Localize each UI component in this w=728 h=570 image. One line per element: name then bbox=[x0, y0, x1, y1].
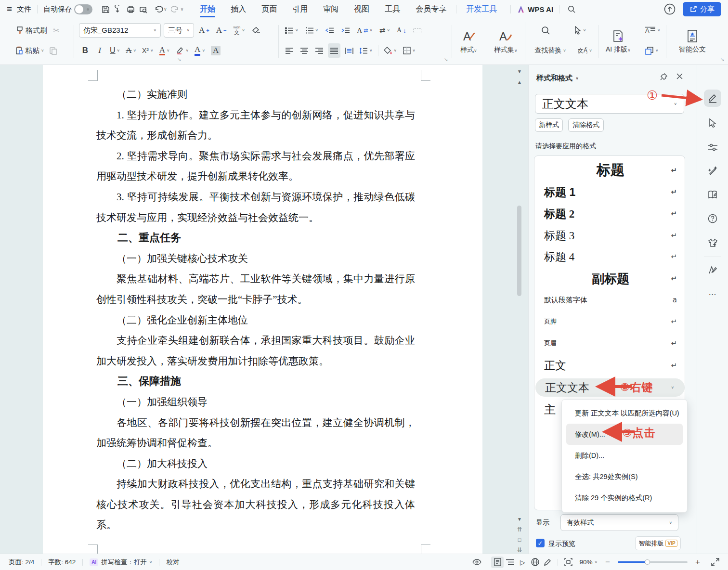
doc-paragraph[interactable]: 支持企业牵头组建创新联合体，承担国家重大科技项目。鼓励企业加大研发投入，落实研发… bbox=[96, 330, 415, 371]
hamburger-menu-icon[interactable]: ≡ bbox=[7, 4, 12, 14]
doc-heading[interactable]: 二、重点任务 bbox=[96, 228, 415, 248]
wrap-button[interactable]: ⇄∨ bbox=[377, 23, 392, 38]
search-icon[interactable] bbox=[565, 3, 578, 15]
web-view-icon[interactable] bbox=[529, 557, 541, 568]
show-marks-button[interactable] bbox=[411, 23, 424, 38]
shading-bucket-button[interactable]: ∨ bbox=[382, 43, 399, 58]
magic-wand-icon[interactable] bbox=[704, 162, 721, 180]
play-view-icon[interactable]: ▷ bbox=[516, 557, 529, 568]
copy-icon[interactable] bbox=[47, 43, 60, 58]
doc-paragraph[interactable]: 1. 坚持开放协作。建立多元主体参与的创新网络，促进知识共享与技术交流，形成创新… bbox=[96, 105, 415, 146]
style-item-heading1[interactable]: 标题 1↵ bbox=[534, 183, 685, 201]
style-item-chevron-icon[interactable]: ∨ bbox=[671, 386, 674, 389]
select-cursor-button[interactable]: ∨ bbox=[572, 23, 588, 38]
wps-pen-logo-icon[interactable] bbox=[704, 261, 721, 279]
decrease-indent-button[interactable] bbox=[323, 23, 336, 38]
highlight-color-button[interactable]: ∨ bbox=[174, 43, 191, 58]
focus-mode-icon[interactable] bbox=[562, 557, 574, 568]
smart-doc-button[interactable]: 智能公文 bbox=[675, 23, 710, 60]
bullet-list-button[interactable]: ∨ bbox=[283, 23, 300, 38]
find-replace-button[interactable]: 查找替换∨ bbox=[533, 43, 568, 58]
redo-icon[interactable] bbox=[169, 3, 182, 15]
bold-button[interactable]: B bbox=[79, 43, 91, 58]
distribute-button[interactable] bbox=[343, 43, 355, 58]
menu-item-clear-formatting[interactable]: 清除 29 个实例的格式(R) bbox=[566, 487, 683, 508]
autosave-toggle[interactable] bbox=[74, 4, 92, 14]
display-filter-select[interactable]: 有效样式∨ bbox=[560, 514, 678, 531]
show-preview-checkbox[interactable]: ✓ bbox=[536, 539, 545, 547]
tab-developer[interactable]: 开发工具 bbox=[458, 0, 505, 18]
selection-pane-button[interactable]: ∨ bbox=[643, 43, 661, 58]
browse-object-icon[interactable]: □ bbox=[515, 537, 524, 543]
font-name-select[interactable]: 仿宋_GB2312∨ bbox=[79, 23, 161, 38]
tab-member[interactable]: 会员专享 bbox=[408, 0, 454, 18]
style-item-body[interactable]: 正文↵ bbox=[534, 357, 685, 374]
doc-paragraph[interactable]: （一）加强关键核心技术攻关 bbox=[96, 248, 415, 269]
share-button[interactable]: 分享 bbox=[683, 2, 721, 16]
find-icon[interactable] bbox=[539, 23, 552, 38]
doc-paragraph[interactable]: 持续加大财政科技投入，优化支出结构，重点支持基础研究和关键核心技术攻关。引导社会… bbox=[96, 474, 415, 535]
scrollbar-thumb[interactable] bbox=[517, 206, 521, 296]
strikethrough-button[interactable]: A∨ bbox=[124, 43, 138, 58]
vertical-scrollbar[interactable]: ▼ ▲ ▼ ⇈ □ ⇊ bbox=[513, 65, 526, 554]
sort-button[interactable]: A↓ bbox=[395, 23, 408, 38]
menu-item-update-style[interactable]: 更新 正文文本 以匹配所选内容(U) bbox=[566, 402, 683, 424]
doc-paragraph[interactable]: 2. 坚持需求导向。聚焦市场实际需求与社会发展痛点，优先部署应用驱动型技术研发，… bbox=[96, 146, 415, 187]
style-item-default-font[interactable]: 默认段落字体a bbox=[534, 294, 685, 306]
doc-paragraph[interactable]: 各地区、各部门要将科技创新摆在突出位置，建立健全协调机制，加强统筹协调和督促检查… bbox=[96, 413, 415, 453]
doc-paragraph[interactable]: （二）强化企业创新主体地位 bbox=[96, 310, 415, 331]
text-layout-button[interactable]: A ∨ bbox=[643, 23, 663, 38]
export-pdf-icon[interactable] bbox=[112, 3, 124, 15]
eye-preview-icon[interactable] bbox=[470, 557, 483, 568]
help-icon[interactable] bbox=[704, 210, 721, 227]
increase-font-button[interactable]: A+ bbox=[197, 23, 211, 38]
print-preview-icon[interactable] bbox=[137, 3, 149, 15]
clear-format-eraser-icon[interactable] bbox=[250, 23, 263, 38]
tab-page[interactable]: 页面 bbox=[254, 0, 285, 18]
ai-layout-button[interactable]: AI 排版∨ bbox=[602, 23, 635, 60]
justify-button[interactable] bbox=[328, 43, 340, 58]
spellcheck-status[interactable]: 拼写检查：打开 bbox=[101, 558, 147, 567]
pin-icon[interactable] bbox=[660, 73, 668, 81]
style-item-footer[interactable]: 页脚↵ bbox=[534, 316, 685, 327]
doc-paragraph[interactable]: （二）实施准则 bbox=[96, 84, 415, 105]
align-left-button[interactable] bbox=[283, 43, 296, 58]
settings-sliders-icon[interactable] bbox=[704, 139, 721, 156]
document-canvas[interactable]: （二）实施准则 1. 坚持开放协作。建立多元主体参与的创新网络，促进知识共享与技… bbox=[0, 65, 513, 554]
tab-home[interactable]: 开始 bbox=[192, 0, 223, 18]
style-item-heading2[interactable]: 标题 2↵ bbox=[534, 205, 685, 222]
style-set-button[interactable]: A 样式集∨ bbox=[490, 23, 521, 60]
tab-reference[interactable]: 引用 bbox=[285, 0, 315, 18]
styles-formatting-icon[interactable] bbox=[704, 90, 721, 107]
page-indicator[interactable]: 页面: 2/4 bbox=[9, 558, 34, 567]
current-style-select[interactable]: 正文文本∨ bbox=[535, 94, 684, 114]
font-color-button[interactable]: A∨ bbox=[193, 43, 207, 58]
doc-paragraph[interactable]: （二）加大科技投入 bbox=[96, 453, 415, 474]
doc-heading[interactable]: 三、保障措施 bbox=[96, 371, 415, 392]
ink-pen-icon[interactable] bbox=[541, 557, 554, 568]
font-group-expander[interactable]: ↘ bbox=[177, 57, 181, 62]
more-options-icon[interactable]: ⋯ bbox=[704, 285, 721, 303]
style-item-heading3[interactable]: 标题 3↵ bbox=[534, 227, 685, 244]
save-icon[interactable] bbox=[99, 3, 112, 15]
underline-button[interactable]: U∨ bbox=[108, 43, 122, 58]
increase-indent-button[interactable] bbox=[339, 23, 352, 38]
tab-review[interactable]: 审阅 bbox=[315, 0, 346, 18]
format-painter-button[interactable]: 格式刷 bbox=[13, 23, 49, 38]
zoom-level[interactable]: 90% bbox=[579, 558, 592, 566]
paste-button[interactable]: 粘贴∨ bbox=[13, 43, 46, 58]
zoom-out-icon[interactable]: − bbox=[601, 557, 614, 568]
next-page-icon[interactable]: ⇊ bbox=[515, 546, 524, 553]
cut-icon[interactable]: ✂ bbox=[50, 23, 63, 38]
menu-item-select-all[interactable]: 全选: 共29处实例(S) bbox=[566, 466, 683, 487]
outline-view-icon[interactable] bbox=[504, 557, 516, 568]
new-style-button[interactable]: 新样式 bbox=[535, 118, 563, 132]
selection-tool-icon[interactable] bbox=[704, 115, 721, 132]
page-view-icon[interactable] bbox=[491, 557, 504, 568]
scroll-down-icon[interactable]: ▼ bbox=[515, 517, 524, 522]
clear-format-button[interactable]: 清除格式 bbox=[568, 118, 604, 132]
font-size-select[interactable]: 三号∨ bbox=[164, 23, 194, 38]
print-icon[interactable] bbox=[124, 3, 137, 15]
line-spacing-button[interactable]: ∨ bbox=[358, 43, 375, 58]
align-center-button[interactable] bbox=[298, 43, 311, 58]
